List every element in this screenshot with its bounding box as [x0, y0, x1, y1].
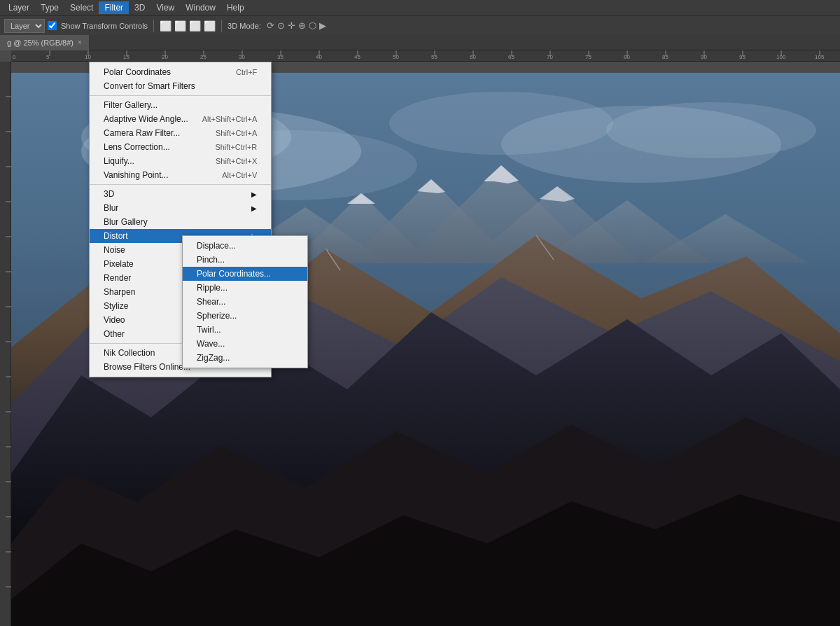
- ruler-vertical: [0, 62, 11, 626]
- svg-point-64: [606, 102, 816, 158]
- 3d-scale-icon[interactable]: ⬡: [309, 20, 316, 31]
- distort-twirl[interactable]: Twirl...: [183, 323, 307, 337]
- filter-polar-coordinates-top[interactable]: Polar Coordinates Ctrl+F: [90, 65, 271, 79]
- tab-bar: g @ 25% (RGB/8#) ×: [0, 35, 840, 50]
- distort-wave[interactable]: Wave...: [183, 337, 307, 351]
- 3d-slide-icon[interactable]: ⊕: [298, 20, 306, 31]
- svg-text:10: 10: [85, 54, 91, 60]
- svg-text:0: 0: [13, 54, 16, 60]
- toolbar-sep-2: [221, 20, 222, 32]
- menu-3d[interactable]: 3D: [129, 1, 150, 14]
- align-right-icon[interactable]: ⬜: [189, 20, 201, 32]
- tab-close-button[interactable]: ×: [78, 39, 82, 46]
- svg-text:95: 95: [739, 54, 746, 60]
- svg-text:5: 5: [46, 54, 50, 60]
- svg-text:100: 100: [776, 54, 786, 60]
- align-left-icon[interactable]: ⬜: [160, 20, 172, 32]
- svg-text:30: 30: [239, 54, 245, 60]
- distort-zigzag[interactable]: ZigZag...: [183, 351, 307, 365]
- filter-camera-raw[interactable]: Camera Raw Filter... Shift+Ctrl+A: [90, 126, 271, 140]
- distribute-icon[interactable]: ⬜: [204, 20, 216, 32]
- svg-text:105: 105: [815, 54, 825, 60]
- svg-text:70: 70: [547, 54, 553, 60]
- tab-title: g @ 25% (RGB/8#): [7, 39, 74, 47]
- menu-bar: Layer Type Select Filter 3D View Window …: [0, 0, 840, 15]
- menu-select[interactable]: Select: [64, 1, 99, 14]
- svg-text:60: 60: [470, 54, 476, 60]
- toolbar: Layer Show Transform Controls ⬜ ⬜ ⬜ ⬜ 3D…: [0, 15, 840, 35]
- filter-convert-smart[interactable]: Convert for Smart Filters: [90, 79, 271, 93]
- menu-type[interactable]: Type: [35, 1, 64, 14]
- distort-polar-coordinates[interactable]: Polar Coordinates...: [183, 267, 307, 281]
- distort-spherize[interactable]: Spherize...: [183, 309, 307, 323]
- svg-text:25: 25: [200, 54, 206, 60]
- filter-vanishing-point[interactable]: Vanishing Point... Alt+Ctrl+V: [90, 168, 271, 182]
- svg-text:45: 45: [354, 54, 360, 60]
- svg-text:75: 75: [585, 54, 592, 60]
- menu-sep-2: [90, 184, 271, 185]
- filter-blur[interactable]: Blur ▶: [90, 201, 271, 215]
- layer-select[interactable]: Layer: [4, 19, 45, 33]
- svg-text:35: 35: [277, 54, 284, 60]
- distort-pinch[interactable]: Pinch...: [183, 253, 307, 267]
- ruler-horizontal: 0 5 10 15 20 25 30 35 40 45 50 55 60 65 …: [11, 50, 840, 62]
- 3d-pan-icon[interactable]: ✛: [288, 20, 295, 31]
- filter-gallery[interactable]: Filter Gallery...: [90, 98, 271, 112]
- svg-text:90: 90: [701, 54, 707, 60]
- ruler-h-svg: 0 5 10 15 20 25 30 35 40 45 50 55 60 65 …: [11, 50, 840, 62]
- menu-window[interactable]: Window: [180, 1, 221, 14]
- filter-blur-gallery[interactable]: Blur Gallery: [90, 215, 271, 229]
- svg-text:40: 40: [316, 54, 322, 60]
- document-tab[interactable]: g @ 25% (RGB/8#) ×: [0, 35, 90, 50]
- svg-text:65: 65: [508, 54, 514, 60]
- main-area: Polar Coordinates Ctrl+F Convert for Sma…: [0, 62, 840, 626]
- align-center-icon[interactable]: ⬜: [174, 20, 186, 32]
- menu-help[interactable]: Help: [221, 1, 250, 14]
- 3d-roll-icon[interactable]: ⊙: [277, 20, 285, 31]
- menu-layer[interactable]: Layer: [3, 1, 35, 14]
- filter-liquify[interactable]: Liquify... Shift+Ctrl+X: [90, 154, 271, 168]
- menu-view[interactable]: View: [150, 1, 180, 14]
- svg-text:55: 55: [431, 54, 438, 60]
- svg-text:15: 15: [123, 54, 130, 60]
- filter-lens-correction[interactable]: Lens Correction... Shift+Ctrl+R: [90, 140, 271, 154]
- svg-text:80: 80: [624, 54, 630, 60]
- svg-text:20: 20: [162, 54, 168, 60]
- distort-submenu: Displace... Pinch... Polar Coordinates..…: [182, 235, 308, 368]
- show-transform-label: Show Transform Controls: [61, 22, 148, 30]
- toolbar-sep-1: [153, 20, 154, 32]
- svg-text:85: 85: [662, 54, 668, 60]
- distort-displace[interactable]: Displace...: [183, 239, 307, 253]
- show-transform-checkbox[interactable]: [48, 21, 57, 30]
- filter-adaptive-wide[interactable]: Adaptive Wide Angle... Alt+Shift+Ctrl+A: [90, 112, 271, 126]
- svg-text:50: 50: [393, 54, 399, 60]
- distort-ripple[interactable]: Ripple...: [183, 281, 307, 295]
- 3d-mode-label: 3D Mode:: [227, 22, 261, 30]
- ruler-v-svg: [0, 62, 11, 622]
- filter-3d[interactable]: 3D ▶: [90, 187, 271, 201]
- 3d-orbit-icon[interactable]: ⟳: [267, 20, 274, 31]
- menu-sep-1: [90, 95, 271, 96]
- 3d-video-icon[interactable]: ▶: [319, 20, 326, 31]
- menu-filter[interactable]: Filter: [99, 1, 129, 14]
- distort-shear[interactable]: Shear...: [183, 295, 307, 309]
